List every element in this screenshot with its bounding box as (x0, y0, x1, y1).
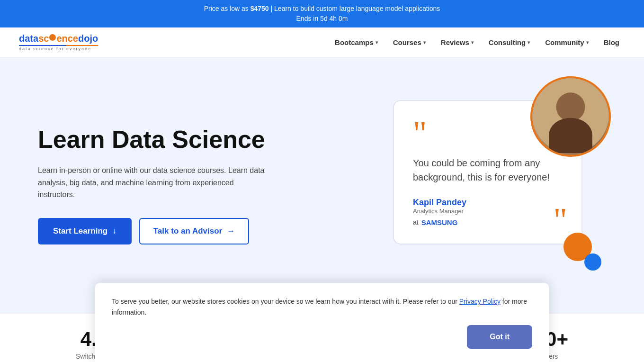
nav-blog[interactable]: Blog (598, 35, 625, 50)
company-name: SAMSUNG (421, 218, 458, 226)
promo-banner: Price as low as $4750 | Learn to build c… (0, 0, 644, 27)
arrow-down-icon: ↓ (112, 226, 116, 236)
logo-sci-text: sc (38, 33, 49, 44)
svg-point-1 (556, 92, 585, 121)
banner-pipe: | (269, 5, 274, 12)
talk-advisor-button[interactable]: Talk to an Advisor → (139, 218, 249, 244)
nav-menu: Bootcamps ▾ Courses ▾ Reviews ▾ Consulti… (329, 35, 625, 50)
logo-data-text: data (19, 33, 38, 44)
nav-bootcamps[interactable]: Bootcamps ▾ (329, 35, 384, 50)
banner-price-value: $4750 (250, 5, 269, 12)
svg-rect-3 (549, 135, 592, 153)
logo-ence-text: ence (56, 33, 78, 44)
banner-ends-text: Ends in 5d 4h 0m (296, 15, 348, 22)
company-at-text: at (413, 218, 419, 226)
avatar-image (532, 78, 609, 155)
logo-dojo-text: dojo (78, 33, 98, 44)
nav-community[interactable]: Community ▾ (539, 35, 594, 50)
cookie-text-before: To serve you better, our website stores … (112, 298, 459, 305)
reviews-chevron-icon: ▾ (471, 40, 474, 45)
banner-learn-text: Learn to build custom large language mod… (274, 5, 440, 12)
logo-tagline: data science for everyone (19, 46, 91, 51)
testimonial-person: Kapil Pandey Analytics Manager at SAMSUN… (413, 198, 563, 226)
bootcamps-chevron-icon: ▾ (376, 40, 378, 45)
nav-courses[interactable]: Courses ▾ (387, 35, 431, 50)
privacy-policy-link[interactable]: Privacy Policy (459, 298, 501, 305)
hero-buttons: Start Learning ↓ Talk to an Advisor → (38, 218, 265, 244)
nav-reviews[interactable]: Reviews ▾ (435, 35, 479, 50)
consulting-chevron-icon: ▾ (528, 40, 530, 45)
hero-right: " You could be coming from any backgroun… (388, 86, 606, 285)
start-learning-button[interactable]: Start Learning ↓ (38, 218, 132, 244)
logo-person-icon (49, 34, 56, 41)
hero-title: Learn Data Science (38, 126, 265, 153)
banner-price-text: Price as low as (204, 5, 250, 12)
hero-left: Learn Data Science Learn in-person or on… (38, 126, 265, 244)
nav-consulting[interactable]: Consulting ▾ (483, 35, 536, 50)
cookie-text: To serve you better, our website stores … (112, 296, 532, 317)
avatar (530, 76, 611, 157)
main-nav: data sc ence dojo data science for every… (0, 27, 644, 57)
courses-chevron-icon: ▾ (423, 40, 426, 45)
got-it-button[interactable]: Got it (467, 325, 532, 349)
person-name: Kapil Pandey (413, 198, 563, 208)
hero-subtitle: Learn in-person or online with our data … (38, 164, 265, 201)
quote-mark-bottom-icon: " (554, 207, 567, 234)
arrow-right-icon: → (227, 226, 235, 236)
person-title: Analytics Manager (413, 208, 563, 215)
logo[interactable]: data sc ence dojo data science for every… (19, 33, 98, 51)
person-company: at SAMSUNG (413, 218, 563, 226)
community-chevron-icon: ▾ (586, 40, 589, 45)
hero-section: Learn Data Science Learn in-person or on… (0, 57, 644, 313)
cookie-banner: To serve you better, our website stores … (95, 283, 549, 362)
dot-blue-decoration (584, 253, 601, 271)
logo-underline (19, 45, 98, 46)
testimonial-quote: You could be coming from any background,… (413, 156, 563, 184)
